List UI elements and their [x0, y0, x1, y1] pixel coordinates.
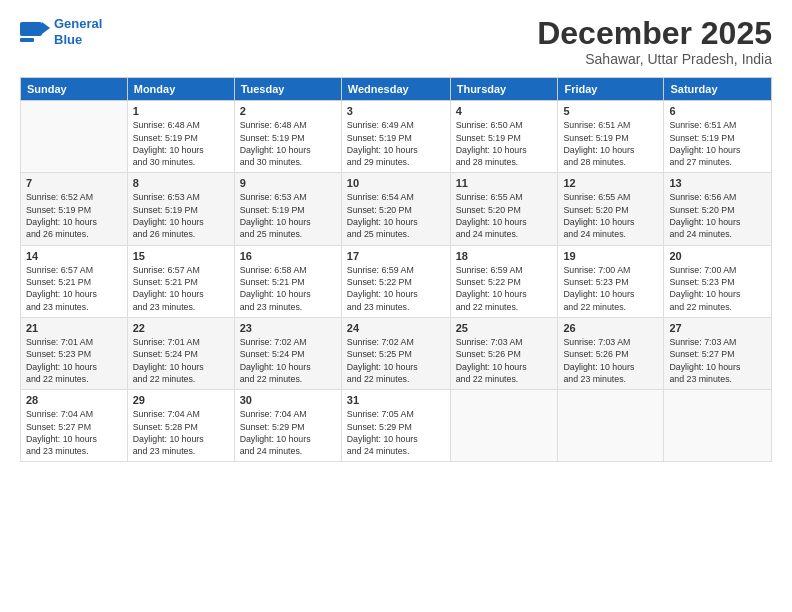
calendar-cell: 14Sunrise: 6:57 AM Sunset: 5:21 PM Dayli… — [21, 245, 128, 317]
day-info: Sunrise: 7:00 AM Sunset: 5:23 PM Dayligh… — [563, 264, 658, 313]
weekday-header-saturday: Saturday — [664, 78, 772, 101]
weekday-header-sunday: Sunday — [21, 78, 128, 101]
day-info: Sunrise: 7:01 AM Sunset: 5:23 PM Dayligh… — [26, 336, 122, 385]
svg-rect-2 — [20, 38, 34, 42]
calendar-cell: 9Sunrise: 6:53 AM Sunset: 5:19 PM Daylig… — [234, 173, 341, 245]
calendar-cell: 20Sunrise: 7:00 AM Sunset: 5:23 PM Dayli… — [664, 245, 772, 317]
day-info: Sunrise: 7:05 AM Sunset: 5:29 PM Dayligh… — [347, 408, 445, 457]
day-info: Sunrise: 6:53 AM Sunset: 5:19 PM Dayligh… — [133, 191, 229, 240]
calendar-cell: 30Sunrise: 7:04 AM Sunset: 5:29 PM Dayli… — [234, 390, 341, 462]
day-number: 7 — [26, 177, 122, 189]
day-info: Sunrise: 7:00 AM Sunset: 5:23 PM Dayligh… — [669, 264, 766, 313]
day-info: Sunrise: 6:59 AM Sunset: 5:22 PM Dayligh… — [347, 264, 445, 313]
calendar-cell: 11Sunrise: 6:55 AM Sunset: 5:20 PM Dayli… — [450, 173, 558, 245]
day-number: 18 — [456, 250, 553, 262]
calendar-cell: 27Sunrise: 7:03 AM Sunset: 5:27 PM Dayli… — [664, 317, 772, 389]
day-info: Sunrise: 6:49 AM Sunset: 5:19 PM Dayligh… — [347, 119, 445, 168]
calendar-cell — [664, 390, 772, 462]
day-info: Sunrise: 6:48 AM Sunset: 5:19 PM Dayligh… — [240, 119, 336, 168]
day-info: Sunrise: 6:51 AM Sunset: 5:19 PM Dayligh… — [563, 119, 658, 168]
day-info: Sunrise: 6:55 AM Sunset: 5:20 PM Dayligh… — [563, 191, 658, 240]
calendar-cell: 1Sunrise: 6:48 AM Sunset: 5:19 PM Daylig… — [127, 101, 234, 173]
day-info: Sunrise: 7:04 AM Sunset: 5:29 PM Dayligh… — [240, 408, 336, 457]
calendar-cell: 5Sunrise: 6:51 AM Sunset: 5:19 PM Daylig… — [558, 101, 664, 173]
calendar-cell: 2Sunrise: 6:48 AM Sunset: 5:19 PM Daylig… — [234, 101, 341, 173]
calendar-cell: 3Sunrise: 6:49 AM Sunset: 5:19 PM Daylig… — [341, 101, 450, 173]
day-number: 11 — [456, 177, 553, 189]
weekday-header-wednesday: Wednesday — [341, 78, 450, 101]
calendar-cell: 13Sunrise: 6:56 AM Sunset: 5:20 PM Dayli… — [664, 173, 772, 245]
calendar-cell: 22Sunrise: 7:01 AM Sunset: 5:24 PM Dayli… — [127, 317, 234, 389]
calendar-cell: 26Sunrise: 7:03 AM Sunset: 5:26 PM Dayli… — [558, 317, 664, 389]
weekday-header-monday: Monday — [127, 78, 234, 101]
calendar-cell: 23Sunrise: 7:02 AM Sunset: 5:24 PM Dayli… — [234, 317, 341, 389]
day-number: 6 — [669, 105, 766, 117]
calendar-cell: 12Sunrise: 6:55 AM Sunset: 5:20 PM Dayli… — [558, 173, 664, 245]
day-number: 27 — [669, 322, 766, 334]
day-number: 10 — [347, 177, 445, 189]
day-info: Sunrise: 6:51 AM Sunset: 5:19 PM Dayligh… — [669, 119, 766, 168]
week-row-0: 1Sunrise: 6:48 AM Sunset: 5:19 PM Daylig… — [21, 101, 772, 173]
day-info: Sunrise: 6:56 AM Sunset: 5:20 PM Dayligh… — [669, 191, 766, 240]
day-number: 9 — [240, 177, 336, 189]
week-row-3: 21Sunrise: 7:01 AM Sunset: 5:23 PM Dayli… — [21, 317, 772, 389]
day-info: Sunrise: 6:55 AM Sunset: 5:20 PM Dayligh… — [456, 191, 553, 240]
day-number: 20 — [669, 250, 766, 262]
calendar-cell: 6Sunrise: 6:51 AM Sunset: 5:19 PM Daylig… — [664, 101, 772, 173]
calendar-cell: 31Sunrise: 7:05 AM Sunset: 5:29 PM Dayli… — [341, 390, 450, 462]
day-info: Sunrise: 7:01 AM Sunset: 5:24 PM Dayligh… — [133, 336, 229, 385]
calendar-cell: 19Sunrise: 7:00 AM Sunset: 5:23 PM Dayli… — [558, 245, 664, 317]
day-number: 5 — [563, 105, 658, 117]
day-number: 21 — [26, 322, 122, 334]
title-block: December 2025 Sahawar, Uttar Pradesh, In… — [537, 16, 772, 67]
weekday-header-friday: Friday — [558, 78, 664, 101]
day-number: 26 — [563, 322, 658, 334]
day-number: 19 — [563, 250, 658, 262]
day-info: Sunrise: 6:48 AM Sunset: 5:19 PM Dayligh… — [133, 119, 229, 168]
calendar-cell: 7Sunrise: 6:52 AM Sunset: 5:19 PM Daylig… — [21, 173, 128, 245]
calendar-cell: 25Sunrise: 7:03 AM Sunset: 5:26 PM Dayli… — [450, 317, 558, 389]
calendar-cell: 16Sunrise: 6:58 AM Sunset: 5:21 PM Dayli… — [234, 245, 341, 317]
day-number: 17 — [347, 250, 445, 262]
day-number: 25 — [456, 322, 553, 334]
week-row-2: 14Sunrise: 6:57 AM Sunset: 5:21 PM Dayli… — [21, 245, 772, 317]
calendar-cell — [21, 101, 128, 173]
logo-line1: General — [54, 16, 102, 31]
day-number: 2 — [240, 105, 336, 117]
day-number: 16 — [240, 250, 336, 262]
day-number: 31 — [347, 394, 445, 406]
logo: General Blue — [20, 16, 102, 47]
weekday-header-thursday: Thursday — [450, 78, 558, 101]
calendar-cell: 17Sunrise: 6:59 AM Sunset: 5:22 PM Dayli… — [341, 245, 450, 317]
header: General Blue December 2025 Sahawar, Utta… — [20, 16, 772, 67]
week-row-1: 7Sunrise: 6:52 AM Sunset: 5:19 PM Daylig… — [21, 173, 772, 245]
day-info: Sunrise: 6:59 AM Sunset: 5:22 PM Dayligh… — [456, 264, 553, 313]
day-info: Sunrise: 6:57 AM Sunset: 5:21 PM Dayligh… — [26, 264, 122, 313]
day-info: Sunrise: 7:02 AM Sunset: 5:24 PM Dayligh… — [240, 336, 336, 385]
day-number: 12 — [563, 177, 658, 189]
logo-line2: Blue — [54, 32, 82, 47]
location-title: Sahawar, Uttar Pradesh, India — [537, 51, 772, 67]
day-number: 30 — [240, 394, 336, 406]
day-info: Sunrise: 7:02 AM Sunset: 5:25 PM Dayligh… — [347, 336, 445, 385]
calendar-cell: 10Sunrise: 6:54 AM Sunset: 5:20 PM Dayli… — [341, 173, 450, 245]
logo-icon — [20, 18, 50, 46]
day-number: 1 — [133, 105, 229, 117]
day-info: Sunrise: 7:03 AM Sunset: 5:26 PM Dayligh… — [563, 336, 658, 385]
week-row-4: 28Sunrise: 7:04 AM Sunset: 5:27 PM Dayli… — [21, 390, 772, 462]
day-number: 28 — [26, 394, 122, 406]
day-info: Sunrise: 7:03 AM Sunset: 5:26 PM Dayligh… — [456, 336, 553, 385]
day-number: 3 — [347, 105, 445, 117]
day-number: 15 — [133, 250, 229, 262]
day-info: Sunrise: 6:54 AM Sunset: 5:20 PM Dayligh… — [347, 191, 445, 240]
calendar-cell: 18Sunrise: 6:59 AM Sunset: 5:22 PM Dayli… — [450, 245, 558, 317]
day-number: 23 — [240, 322, 336, 334]
day-info: Sunrise: 6:50 AM Sunset: 5:19 PM Dayligh… — [456, 119, 553, 168]
day-number: 13 — [669, 177, 766, 189]
calendar-cell — [450, 390, 558, 462]
month-title: December 2025 — [537, 16, 772, 51]
day-number: 22 — [133, 322, 229, 334]
logo-text: General Blue — [54, 16, 102, 47]
calendar-cell: 21Sunrise: 7:01 AM Sunset: 5:23 PM Dayli… — [21, 317, 128, 389]
day-number: 29 — [133, 394, 229, 406]
